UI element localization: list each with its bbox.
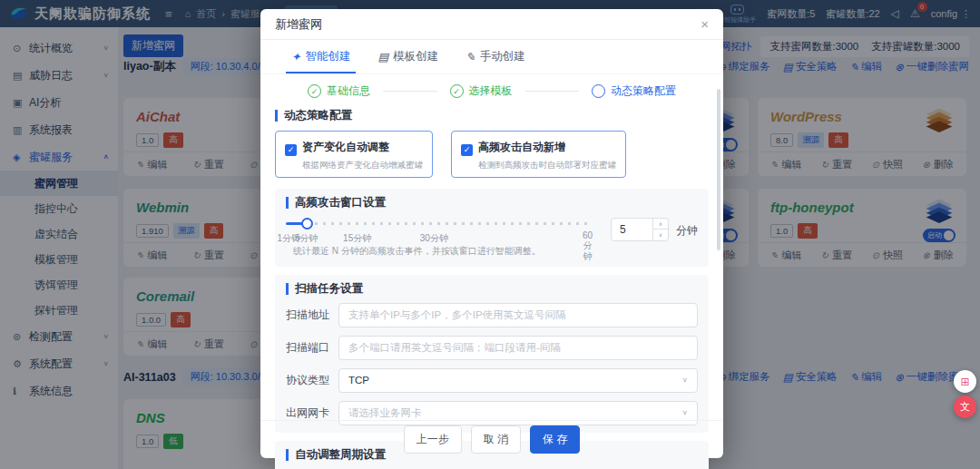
cancel-button[interactable]: 取 消 xyxy=(471,425,521,454)
scan-address-input[interactable] xyxy=(338,303,698,327)
close-icon[interactable]: × xyxy=(701,16,709,32)
protocol-select[interactable]: TCP∨ xyxy=(338,368,698,393)
tab-manual-create[interactable]: ✎手动创建 xyxy=(466,40,524,73)
translate-icon: 文 xyxy=(960,400,970,414)
prev-step-button[interactable]: 上一步 xyxy=(404,425,462,454)
slider-handle[interactable] xyxy=(301,218,313,230)
grid-plus-icon: ⊞ xyxy=(960,376,969,388)
app-root: 天阑欺骗防御系统 ≡ ⌂ 首页 › 蜜罐服务 › 蜜网管理 AI智能体助手 蜜网… xyxy=(0,0,980,469)
step-dynamic-policy: 动态策略配置 xyxy=(592,83,676,99)
chevron-down-icon: ∨ xyxy=(681,409,688,416)
stepper: ✓基础信息 ✓选择模板 动态策略配置 xyxy=(260,74,723,104)
attack-window-title: 高频攻击窗口设置 xyxy=(286,197,698,209)
tab-smart-create[interactable]: ✦智能创建 xyxy=(291,40,350,73)
add-honeynet-modal: 新增蜜网 × ✦智能创建 ▤模板创建 ✎手动创建 ✓基础信息 ✓选择模板 动态策… xyxy=(260,9,723,458)
spinner-down[interactable]: ∨ xyxy=(653,230,668,240)
scan-task-title: 扫描任务设置 xyxy=(286,283,698,295)
doc-icon: ▤ xyxy=(377,50,388,64)
modal-tabs: ✦智能创建 ▤模板创建 ✎手动创建 xyxy=(260,40,723,74)
checkbox-checked[interactable]: ✓ xyxy=(461,144,473,156)
dynamic-policy-section-title: 动态策略配置 xyxy=(275,110,709,122)
window-minutes-input[interactable]: 5 ∧∨ xyxy=(611,218,669,241)
checkbox-checked[interactable]: ✓ xyxy=(285,144,297,156)
save-button[interactable]: 保 存 xyxy=(530,425,580,454)
step-select-template: ✓选择模板 xyxy=(450,83,513,99)
chevron-down-icon: ∨ xyxy=(681,376,688,384)
minutes-unit: 分钟 xyxy=(676,223,698,259)
step-basic-info: ✓基础信息 xyxy=(308,83,370,99)
attack-window-panel: 高频攻击窗口设置 1分钟 5分钟 15分钟 30分钟 60分钟 统计最近 N 分… xyxy=(275,189,709,267)
option-attack-auto-add[interactable]: ✓高频攻击自动新增 检测到高频攻击时自动部署对应蜜罐 xyxy=(451,131,626,178)
ai-translate-fab[interactable]: 文 xyxy=(954,396,976,418)
widgets-fab[interactable]: ⊞ xyxy=(954,370,976,393)
modal-title: 新增蜜网 xyxy=(275,16,322,33)
window-note: 统计最近 N 分钟的高频攻击事件，并按该窗口进行智能调整。 xyxy=(293,245,541,258)
option-asset-auto-adjust[interactable]: ✓资产变化自动调整 根据网络资产变化自动增减蜜罐 xyxy=(275,131,433,178)
scan-port-input[interactable] xyxy=(338,336,698,360)
scan-task-panel: 扫描任务设置 扫描地址 扫描端口 协议类型 TCP∨ 出网网卡 请选择业务网卡∨ xyxy=(275,275,709,433)
modal-scrollbar[interactable] xyxy=(717,89,720,250)
pencil-icon: ✎ xyxy=(466,50,475,64)
window-slider: 1分钟 5分钟 15分钟 30分钟 60分钟 统计最近 N 分钟的高频攻击事件，… xyxy=(286,218,587,259)
spinner-up[interactable]: ∧ xyxy=(653,219,668,230)
sparkle-icon: ✦ xyxy=(291,50,300,64)
tab-template-create[interactable]: ▤模板创建 xyxy=(377,40,438,73)
